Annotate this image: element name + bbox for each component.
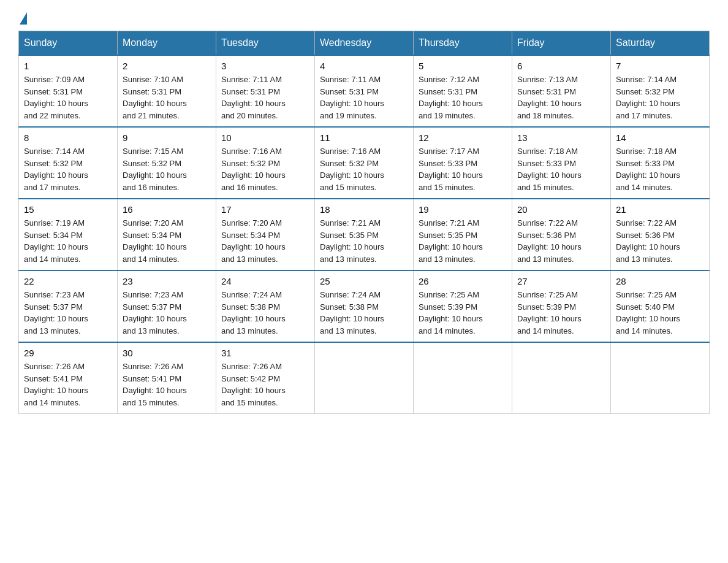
calendar-day-cell: 9 Sunrise: 7:15 AM Sunset: 5:32 PM Dayli… bbox=[118, 127, 216, 199]
calendar-table: SundayMondayTuesdayWednesdayThursdayFrid… bbox=[18, 31, 710, 414]
day-info: Sunrise: 7:20 AM Sunset: 5:34 PM Dayligh… bbox=[221, 217, 309, 265]
calendar-day-cell bbox=[512, 342, 611, 414]
day-number: 25 bbox=[320, 276, 408, 286]
calendar-day-header: Thursday bbox=[414, 31, 512, 56]
calendar-day-cell: 19 Sunrise: 7:21 AM Sunset: 5:35 PM Dayl… bbox=[414, 199, 512, 270]
day-info: Sunrise: 7:24 AM Sunset: 5:38 PM Dayligh… bbox=[221, 289, 309, 337]
day-info: Sunrise: 7:25 AM Sunset: 5:39 PM Dayligh… bbox=[517, 289, 605, 337]
calendar-day-cell: 13 Sunrise: 7:18 AM Sunset: 5:33 PM Dayl… bbox=[512, 127, 611, 199]
day-number: 6 bbox=[517, 61, 605, 71]
calendar-day-cell: 5 Sunrise: 7:12 AM Sunset: 5:31 PM Dayli… bbox=[414, 55, 512, 127]
day-number: 9 bbox=[123, 132, 211, 143]
day-number: 8 bbox=[24, 132, 112, 143]
calendar-day-header: Wednesday bbox=[315, 31, 414, 56]
day-info: Sunrise: 7:23 AM Sunset: 5:37 PM Dayligh… bbox=[24, 289, 112, 337]
day-number: 19 bbox=[419, 204, 507, 215]
calendar-day-cell: 22 Sunrise: 7:23 AM Sunset: 5:37 PM Dayl… bbox=[19, 270, 118, 342]
calendar-day-cell: 18 Sunrise: 7:21 AM Sunset: 5:35 PM Dayl… bbox=[315, 199, 414, 270]
day-info: Sunrise: 7:26 AM Sunset: 5:41 PM Dayligh… bbox=[123, 361, 211, 408]
day-number: 18 bbox=[320, 204, 408, 215]
day-number: 20 bbox=[517, 204, 605, 215]
day-info: Sunrise: 7:26 AM Sunset: 5:41 PM Dayligh… bbox=[24, 361, 112, 408]
day-number: 3 bbox=[221, 61, 309, 71]
day-number: 11 bbox=[320, 132, 408, 143]
calendar-day-cell: 10 Sunrise: 7:16 AM Sunset: 5:32 PM Dayl… bbox=[216, 127, 315, 199]
day-number: 23 bbox=[123, 276, 211, 286]
logo-triangle-icon bbox=[20, 12, 27, 25]
day-number: 14 bbox=[616, 132, 704, 143]
day-info: Sunrise: 7:15 AM Sunset: 5:32 PM Dayligh… bbox=[123, 145, 211, 193]
calendar-day-cell: 17 Sunrise: 7:20 AM Sunset: 5:34 PM Dayl… bbox=[216, 199, 315, 270]
calendar-day-cell: 31 Sunrise: 7:26 AM Sunset: 5:42 PM Dayl… bbox=[216, 342, 315, 414]
calendar-day-header: Sunday bbox=[19, 31, 118, 56]
page-header bbox=[18, 12, 710, 25]
day-info: Sunrise: 7:21 AM Sunset: 5:35 PM Dayligh… bbox=[320, 217, 408, 265]
day-number: 15 bbox=[24, 204, 112, 215]
calendar-day-cell: 8 Sunrise: 7:14 AM Sunset: 5:32 PM Dayli… bbox=[19, 127, 118, 199]
day-number: 7 bbox=[616, 61, 704, 71]
day-info: Sunrise: 7:16 AM Sunset: 5:32 PM Dayligh… bbox=[221, 145, 309, 193]
day-info: Sunrise: 7:11 AM Sunset: 5:31 PM Dayligh… bbox=[221, 74, 309, 121]
calendar-day-cell: 4 Sunrise: 7:11 AM Sunset: 5:31 PM Dayli… bbox=[315, 55, 414, 127]
calendar-day-cell: 29 Sunrise: 7:26 AM Sunset: 5:41 PM Dayl… bbox=[19, 342, 118, 414]
day-info: Sunrise: 7:25 AM Sunset: 5:40 PM Dayligh… bbox=[616, 289, 704, 337]
day-info: Sunrise: 7:22 AM Sunset: 5:36 PM Dayligh… bbox=[616, 217, 704, 265]
calendar-day-header: Monday bbox=[118, 31, 216, 56]
day-info: Sunrise: 7:10 AM Sunset: 5:31 PM Dayligh… bbox=[123, 74, 211, 121]
calendar-day-cell bbox=[611, 342, 710, 414]
calendar-day-cell: 6 Sunrise: 7:13 AM Sunset: 5:31 PM Dayli… bbox=[512, 55, 611, 127]
calendar-week-row: 22 Sunrise: 7:23 AM Sunset: 5:37 PM Dayl… bbox=[19, 270, 710, 342]
calendar-week-row: 1 Sunrise: 7:09 AM Sunset: 5:31 PM Dayli… bbox=[19, 55, 710, 127]
calendar-day-cell: 24 Sunrise: 7:24 AM Sunset: 5:38 PM Dayl… bbox=[216, 270, 315, 342]
calendar-day-cell: 12 Sunrise: 7:17 AM Sunset: 5:33 PM Dayl… bbox=[414, 127, 512, 199]
day-info: Sunrise: 7:24 AM Sunset: 5:38 PM Dayligh… bbox=[320, 289, 408, 337]
calendar-day-cell: 1 Sunrise: 7:09 AM Sunset: 5:31 PM Dayli… bbox=[19, 55, 118, 127]
day-number: 24 bbox=[221, 276, 309, 286]
day-number: 2 bbox=[123, 61, 211, 71]
logo bbox=[18, 12, 28, 25]
day-number: 17 bbox=[221, 204, 309, 215]
calendar-day-cell: 21 Sunrise: 7:22 AM Sunset: 5:36 PM Dayl… bbox=[611, 199, 710, 270]
day-number: 21 bbox=[616, 204, 704, 215]
calendar-day-cell: 3 Sunrise: 7:11 AM Sunset: 5:31 PM Dayli… bbox=[216, 55, 315, 127]
calendar-day-header: Tuesday bbox=[216, 31, 315, 56]
day-info: Sunrise: 7:25 AM Sunset: 5:39 PM Dayligh… bbox=[419, 289, 507, 337]
calendar-day-cell: 30 Sunrise: 7:26 AM Sunset: 5:41 PM Dayl… bbox=[118, 342, 216, 414]
day-number: 30 bbox=[123, 348, 211, 358]
day-number: 1 bbox=[24, 61, 112, 71]
calendar-day-cell: 2 Sunrise: 7:10 AM Sunset: 5:31 PM Dayli… bbox=[118, 55, 216, 127]
calendar-day-header: Friday bbox=[512, 31, 611, 56]
day-info: Sunrise: 7:18 AM Sunset: 5:33 PM Dayligh… bbox=[517, 145, 605, 193]
day-info: Sunrise: 7:26 AM Sunset: 5:42 PM Dayligh… bbox=[221, 361, 309, 408]
calendar-day-cell: 15 Sunrise: 7:19 AM Sunset: 5:34 PM Dayl… bbox=[19, 199, 118, 270]
day-info: Sunrise: 7:19 AM Sunset: 5:34 PM Dayligh… bbox=[24, 217, 112, 265]
day-info: Sunrise: 7:09 AM Sunset: 5:31 PM Dayligh… bbox=[24, 74, 112, 121]
day-number: 10 bbox=[221, 132, 309, 143]
day-number: 27 bbox=[517, 276, 605, 286]
calendar-day-cell: 26 Sunrise: 7:25 AM Sunset: 5:39 PM Dayl… bbox=[414, 270, 512, 342]
day-number: 13 bbox=[517, 132, 605, 143]
day-info: Sunrise: 7:11 AM Sunset: 5:31 PM Dayligh… bbox=[320, 74, 408, 121]
calendar-week-row: 15 Sunrise: 7:19 AM Sunset: 5:34 PM Dayl… bbox=[19, 199, 710, 270]
calendar-day-cell: 16 Sunrise: 7:20 AM Sunset: 5:34 PM Dayl… bbox=[118, 199, 216, 270]
day-number: 5 bbox=[419, 61, 507, 71]
day-number: 29 bbox=[24, 348, 112, 358]
calendar-day-cell bbox=[315, 342, 414, 414]
day-number: 22 bbox=[24, 276, 112, 286]
day-info: Sunrise: 7:14 AM Sunset: 5:32 PM Dayligh… bbox=[24, 145, 112, 193]
day-number: 4 bbox=[320, 61, 408, 71]
day-number: 31 bbox=[221, 348, 309, 358]
day-number: 12 bbox=[419, 132, 507, 143]
calendar-day-cell: 14 Sunrise: 7:18 AM Sunset: 5:33 PM Dayl… bbox=[611, 127, 710, 199]
day-info: Sunrise: 7:17 AM Sunset: 5:33 PM Dayligh… bbox=[419, 145, 507, 193]
day-number: 26 bbox=[419, 276, 507, 286]
day-number: 28 bbox=[616, 276, 704, 286]
day-info: Sunrise: 7:20 AM Sunset: 5:34 PM Dayligh… bbox=[123, 217, 211, 265]
calendar-day-cell: 20 Sunrise: 7:22 AM Sunset: 5:36 PM Dayl… bbox=[512, 199, 611, 270]
calendar-week-row: 8 Sunrise: 7:14 AM Sunset: 5:32 PM Dayli… bbox=[19, 127, 710, 199]
day-info: Sunrise: 7:14 AM Sunset: 5:32 PM Dayligh… bbox=[616, 74, 704, 121]
calendar-day-cell: 23 Sunrise: 7:23 AM Sunset: 5:37 PM Dayl… bbox=[118, 270, 216, 342]
day-info: Sunrise: 7:23 AM Sunset: 5:37 PM Dayligh… bbox=[123, 289, 211, 337]
day-info: Sunrise: 7:16 AM Sunset: 5:32 PM Dayligh… bbox=[320, 145, 408, 193]
calendar-day-cell bbox=[414, 342, 512, 414]
